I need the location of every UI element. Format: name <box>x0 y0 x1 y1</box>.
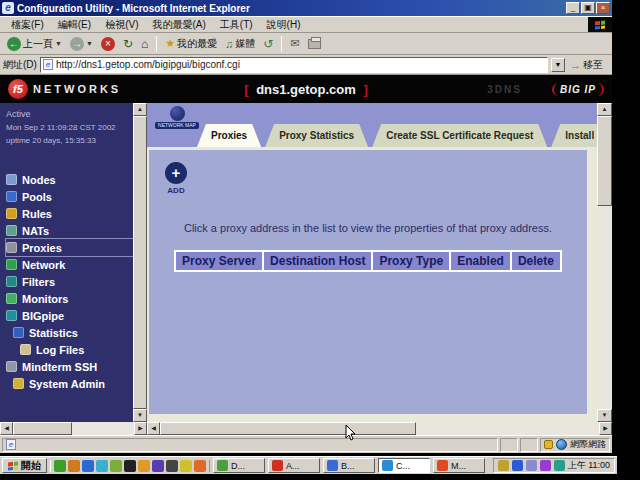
scrollbar-thumb[interactable] <box>597 116 612 206</box>
sidebar-item-nats[interactable]: NATs <box>6 222 133 239</box>
sidebar-item-nodes[interactable]: Nodes <box>6 171 133 188</box>
address-url[interactable]: http://dns1.getop.com/bigipgui/bigconf.c… <box>56 59 545 70</box>
quicklaunch-icon[interactable] <box>194 460 206 472</box>
scroll-right-icon[interactable]: ▶ <box>134 422 147 435</box>
menu-edit[interactable]: 編輯(E) <box>51 18 98 32</box>
tray-icon[interactable] <box>540 460 551 471</box>
sidebar-item-statistics[interactable]: Statistics <box>6 324 133 341</box>
rules-icon <box>6 208 17 219</box>
print-button[interactable] <box>305 38 324 50</box>
network-map-button[interactable]: NETWORK MAP <box>155 106 199 129</box>
sidebar-item-pools[interactable]: Pools <box>6 188 133 205</box>
sidebar-item-proxies[interactable]: Proxies <box>6 239 133 256</box>
menu-file[interactable]: 檔案(F) <box>4 18 51 32</box>
back-label: 上一頁 <box>23 37 53 51</box>
task-label: C... <box>396 461 410 471</box>
taskbar-task-button[interactable]: A... <box>268 458 320 473</box>
media-button[interactable]: ♫ 媒體 <box>222 36 258 52</box>
menu-help[interactable]: 說明(H) <box>260 18 308 32</box>
sidebar-vertical-scrollbar[interactable]: ▲ ▼ <box>133 103 147 422</box>
column-header-enabled[interactable]: Enabled <box>451 252 510 270</box>
sidebar-item-monitors[interactable]: Monitors <box>6 290 133 307</box>
address-dropdown-button[interactable]: ▼ <box>551 58 565 72</box>
tab-install-ssl-certificate[interactable]: Install SSL Certif <box>551 124 597 147</box>
hostname-text: dns1.getop.com <box>252 82 360 97</box>
favorites-button[interactable]: ★ 我的最愛 <box>162 36 220 52</box>
mail-icon: ✉ <box>290 37 299 50</box>
menu-tools[interactable]: 工具(T) <box>213 18 260 32</box>
taskbar-task-button-active[interactable]: C... <box>378 458 430 473</box>
quicklaunch-icon[interactable] <box>96 460 108 472</box>
sidebar-item-mindterm-ssh[interactable]: Mindterm SSH <box>6 358 133 375</box>
sidebar-item-label: Pools <box>22 191 52 203</box>
scroll-up-icon[interactable]: ▲ <box>133 103 147 116</box>
add-proxy-button[interactable]: + ADD <box>165 162 187 195</box>
browser-toolbar: ← 上一頁 ▼ → ▼ × ↻ ⌂ ★ 我的最愛 ♫ <box>0 33 612 55</box>
refresh-button[interactable]: ↻ <box>120 36 136 52</box>
sidebar-item-bigpipe[interactable]: BIGpipe <box>6 307 133 324</box>
scroll-left-icon[interactable]: ◀ <box>0 422 13 435</box>
column-header-proxy-type[interactable]: Proxy Type <box>373 252 449 270</box>
sidebar-item-system-admin[interactable]: System Admin <box>6 375 133 392</box>
scrollbar-thumb[interactable] <box>133 116 147 409</box>
address-input[interactable]: e http://dns1.getop.com/bigipgui/bigconf… <box>40 57 548 73</box>
quicklaunch-icon[interactable] <box>110 460 122 472</box>
tray-icon[interactable] <box>554 460 565 471</box>
quicklaunch-icon[interactable] <box>54 460 66 472</box>
stop-button[interactable]: × <box>98 36 118 52</box>
forward-dropdown-icon[interactable]: ▼ <box>86 40 93 47</box>
go-button[interactable]: → 移至 <box>568 58 609 72</box>
quicklaunch-icon[interactable] <box>82 460 94 472</box>
menu-view[interactable]: 檢視(V) <box>98 18 145 32</box>
column-header-proxy-server[interactable]: Proxy Server <box>176 252 262 270</box>
tab-proxies[interactable]: Proxies <box>197 124 261 147</box>
scrollbar-thumb[interactable] <box>160 422 416 435</box>
title-bar[interactable]: e Configuration Utility - Microsoft Inte… <box>0 0 612 16</box>
sidebar-horizontal-scrollbar[interactable]: ◀ ▶ <box>0 422 147 435</box>
tab-proxy-statistics[interactable]: Proxy Statistics <box>265 124 368 147</box>
forward-button[interactable]: → ▼ <box>67 36 96 52</box>
tray-icon[interactable] <box>512 460 523 471</box>
taskbar-task-button[interactable]: B... <box>323 458 375 473</box>
history-button[interactable]: ↺ <box>260 36 276 52</box>
taskbar-clock[interactable]: 上午 11:00 <box>568 459 610 472</box>
sidebar-item-filters[interactable]: Filters <box>6 273 133 290</box>
quicklaunch-icon[interactable] <box>138 460 150 472</box>
menu-favorites[interactable]: 我的最愛(A) <box>145 18 212 32</box>
scroll-left-icon[interactable]: ◀ <box>147 422 160 435</box>
quicklaunch-icon[interactable] <box>68 460 80 472</box>
scroll-up-icon[interactable]: ▲ <box>597 103 612 116</box>
column-header-destination-host[interactable]: Destination Host <box>264 252 371 270</box>
back-dropdown-icon[interactable]: ▼ <box>55 40 62 47</box>
tab-create-ssl-certificate-request[interactable]: Create SSL Certificate Request <box>372 124 547 147</box>
scroll-right-icon[interactable]: ▶ <box>599 422 612 435</box>
tray-volume-icon[interactable] <box>498 460 509 471</box>
close-button[interactable]: × <box>596 2 610 14</box>
scroll-down-icon[interactable]: ▼ <box>597 409 612 422</box>
taskbar-task-button[interactable]: D... <box>213 458 265 473</box>
main-vertical-scrollbar[interactable]: ▲ ▼ <box>597 103 612 422</box>
maximize-button[interactable]: ▣ <box>581 2 595 14</box>
main-horizontal-scrollbar[interactable]: ◀ ▶ <box>147 422 612 435</box>
address-label: 網址(D) <box>3 58 37 72</box>
mail-button[interactable]: ✉ <box>287 36 302 51</box>
minimize-button[interactable]: _ <box>566 2 580 14</box>
start-button[interactable]: 開始 <box>2 458 47 473</box>
back-button[interactable]: ← 上一頁 ▼ <box>4 36 65 52</box>
scroll-down-icon[interactable]: ▼ <box>133 409 147 422</box>
quicklaunch-icon[interactable] <box>152 460 164 472</box>
sidebar-item-rules[interactable]: Rules <box>6 205 133 222</box>
quicklaunch-icon[interactable] <box>180 460 192 472</box>
network-map-icon <box>170 106 185 121</box>
tray-icon[interactable] <box>526 460 537 471</box>
taskbar-task-button[interactable]: M... <box>433 458 485 473</box>
sidebar-item-network[interactable]: Network <box>6 256 133 273</box>
quicklaunch-icon[interactable] <box>124 460 136 472</box>
quicklaunch-icon[interactable] <box>166 460 178 472</box>
sidebar-item-log-files[interactable]: Log Files <box>6 341 133 358</box>
scrollbar-thumb[interactable] <box>13 422 72 435</box>
column-header-delete[interactable]: Delete <box>512 252 560 270</box>
start-label: 開始 <box>21 459 41 473</box>
home-button[interactable]: ⌂ <box>138 36 151 52</box>
bigip-logo: BIG IP <box>552 83 604 96</box>
